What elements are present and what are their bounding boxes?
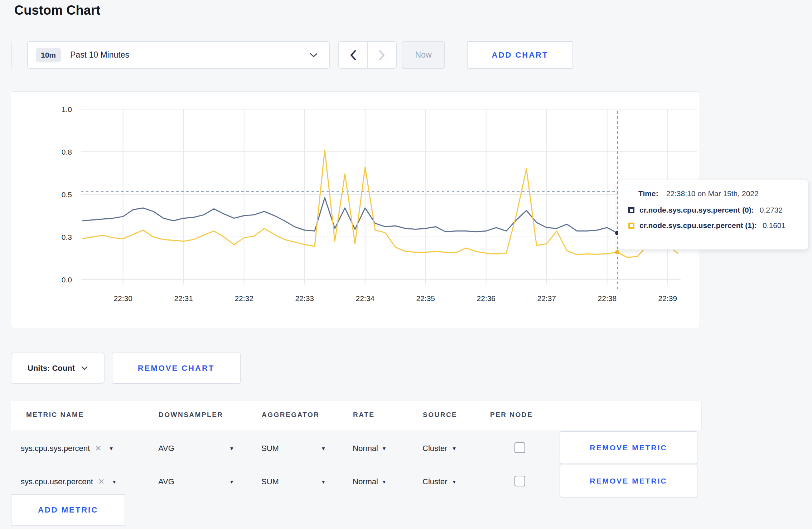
- page-title: Custom Chart: [14, 3, 100, 18]
- col-source: SOURCE: [423, 411, 457, 419]
- rate-value: Normal: [353, 477, 378, 486]
- col-downsampler: DOWNSAMPLER: [159, 411, 223, 419]
- rate-select[interactable]: Normal ▼: [353, 465, 387, 499]
- source-value: Cluster: [422, 477, 448, 486]
- svg-text:22:36: 22:36: [477, 294, 496, 302]
- tooltip-series-value: 0.2732: [760, 206, 783, 214]
- now-button[interactable]: Now: [402, 41, 445, 69]
- tooltip-series-value: 0.1601: [763, 221, 786, 230]
- time-window-label: Past 10 Minutes: [70, 50, 129, 60]
- caret-down-icon: ▼: [452, 479, 457, 485]
- units-select[interactable]: Units: Count: [11, 353, 105, 384]
- col-metric-name: METRIC NAME: [26, 411, 84, 419]
- col-aggregator: AGGREGATOR: [262, 411, 320, 419]
- svg-text:0.3: 0.3: [62, 233, 72, 241]
- svg-text:22:32: 22:32: [235, 294, 253, 302]
- downsampler-select[interactable]: AVG ▼: [158, 465, 234, 499]
- metric-name-select[interactable]: sys.cpu.sys.percent ✕ ▼: [21, 431, 113, 465]
- custom-chart-page: Custom Chart 10m Past 10 Minutes Now ADD…: [0, 0, 812, 529]
- svg-text:1.0: 1.0: [62, 105, 72, 113]
- caret-down-icon: ▼: [112, 479, 117, 485]
- table-row: sys.cpu.sys.percent ✕ ▼ AVG ▼ SUM ▼ Norm…: [11, 431, 702, 465]
- series-swatch-user-icon: [628, 223, 634, 229]
- tooltip-series-row: cr.node.sys.cpu.sys.percent (0): 0.2732: [628, 206, 808, 214]
- toolbar-divider: [11, 42, 11, 69]
- time-pager: [338, 41, 397, 69]
- downsampler-value: AVG: [158, 477, 174, 486]
- metrics-table-header: METRIC NAME DOWNSAMPLER AGGREGATOR RATE …: [11, 401, 702, 430]
- svg-text:0.0: 0.0: [62, 276, 72, 284]
- svg-text:22:38: 22:38: [598, 294, 617, 302]
- svg-text:22:31: 22:31: [174, 294, 193, 302]
- svg-text:0.8: 0.8: [62, 148, 72, 156]
- svg-text:22:39: 22:39: [658, 294, 677, 302]
- clear-metric-icon[interactable]: ✕: [95, 444, 101, 453]
- chevron-down-icon: [310, 53, 318, 58]
- chart-tooltip: Time: 22:38:10 on Mar 15th, 2022 cr.node…: [618, 180, 808, 250]
- tooltip-time-value: 22:38:10 on Mar 15th, 2022: [666, 189, 759, 198]
- downsampler-value: AVG: [158, 444, 174, 453]
- prev-time-button[interactable]: [339, 42, 368, 68]
- remove-chart-button[interactable]: REMOVE CHART: [112, 353, 241, 384]
- caret-down-icon: ▼: [229, 446, 234, 451]
- units-label: Units: Count: [28, 364, 75, 373]
- downsampler-select[interactable]: AVG ▼: [158, 431, 234, 465]
- remove-metric-button[interactable]: REMOVE METRIC: [560, 465, 697, 498]
- svg-text:0.5: 0.5: [62, 190, 72, 199]
- table-row: sys.cpu.user.percent ✕ ▼ AVG ▼ SUM ▼ Nor…: [11, 465, 702, 499]
- chart-card: 0.00.30.50.81.022:3022:3122:3222:3322:34…: [11, 91, 700, 328]
- col-rate: RATE: [353, 411, 374, 419]
- add-chart-button[interactable]: ADD CHART: [467, 41, 573, 69]
- rate-value: Normal: [353, 444, 378, 453]
- aggregator-select[interactable]: SUM ▼: [261, 431, 326, 465]
- time-window-badge: 10m: [36, 48, 61, 62]
- source-select[interactable]: Cluster ▼: [422, 431, 457, 465]
- svg-text:22:33: 22:33: [295, 294, 314, 302]
- svg-text:22:37: 22:37: [537, 294, 556, 302]
- caret-down-icon: ▼: [382, 479, 387, 485]
- clear-metric-icon[interactable]: ✕: [98, 477, 105, 486]
- per-node-checkbox[interactable]: [514, 476, 525, 486]
- metric-name-select[interactable]: sys.cpu.user.percent ✕ ▼: [21, 465, 117, 499]
- per-node-checkbox[interactable]: [514, 442, 525, 453]
- time-window-select[interactable]: 10m Past 10 Minutes: [27, 41, 330, 69]
- tooltip-series-name: cr.node.sys.cpu.user.percent (1):: [639, 221, 757, 230]
- caret-down-icon: ▼: [321, 446, 326, 451]
- svg-text:22:30: 22:30: [113, 294, 132, 302]
- add-metric-button[interactable]: ADD METRIC: [11, 494, 125, 526]
- tooltip-series-row: cr.node.sys.cpu.user.percent (1): 0.1601: [628, 221, 808, 230]
- source-value: Cluster: [422, 444, 448, 453]
- caret-down-icon: ▼: [109, 446, 114, 451]
- tooltip-series-name: cr.node.sys.cpu.sys.percent (0):: [639, 206, 754, 214]
- chevron-left-icon: [350, 50, 356, 60]
- caret-down-icon: ▼: [229, 479, 234, 485]
- caret-down-icon: ▼: [452, 446, 457, 451]
- chevron-right-icon: [379, 50, 385, 60]
- remove-metric-button[interactable]: REMOVE METRIC: [560, 431, 697, 464]
- chevron-down-icon: [81, 366, 88, 370]
- aggregator-select[interactable]: SUM ▼: [261, 465, 326, 499]
- aggregator-value: SUM: [261, 444, 279, 453]
- svg-text:22:34: 22:34: [356, 294, 374, 302]
- cpu-percent-line-chart[interactable]: 0.00.30.50.81.022:3022:3122:3222:3322:34…: [11, 92, 700, 328]
- tooltip-time-label: Time:: [638, 189, 658, 198]
- rate-select[interactable]: Normal ▼: [353, 431, 387, 465]
- series-swatch-sys-icon: [628, 207, 634, 213]
- caret-down-icon: ▼: [382, 446, 387, 451]
- caret-down-icon: ▼: [321, 479, 326, 485]
- aggregator-value: SUM: [261, 477, 279, 486]
- metric-name-label: sys.cpu.sys.percent: [21, 444, 90, 453]
- metric-name-label: sys.cpu.user.percent: [21, 477, 93, 486]
- svg-text:22:35: 22:35: [416, 294, 435, 302]
- next-time-button[interactable]: [368, 42, 396, 68]
- source-select[interactable]: Cluster ▼: [422, 465, 457, 499]
- col-per-node: PER NODE: [490, 411, 533, 419]
